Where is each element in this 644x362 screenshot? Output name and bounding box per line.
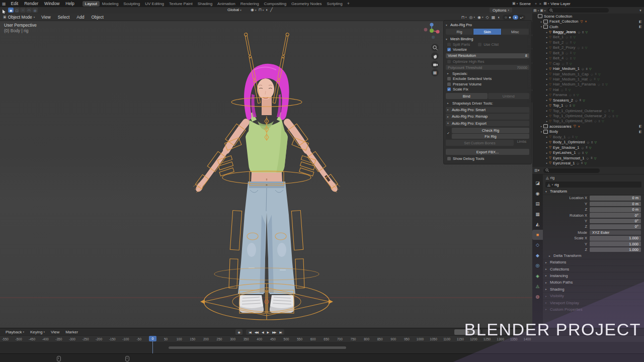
new-collection-icon[interactable]: ▣: [540, 9, 543, 13]
current-frame-field[interactable]: 0: [454, 329, 480, 335]
outliner-row-cap[interactable]: ▸▽Cap◇≡▽: [532, 61, 644, 66]
properties-tab-physics[interactable]: ◎: [532, 260, 543, 271]
preserve-volume-checkbox[interactable]: [447, 82, 451, 86]
chevron-down-icon[interactable]: ▾: [517, 2, 518, 5]
select-circle-tool[interactable]: ◌: [20, 8, 26, 13]
section-relations[interactable]: ▸Relations: [543, 259, 644, 265]
y-field[interactable]: 0°: [590, 219, 641, 224]
outliner-row-belt-2[interactable]: ▸▽Belt_2◇≡▽: [532, 40, 644, 45]
outliner-row-body[interactable]: ▾Body◧: [532, 129, 644, 134]
outliner-row-body-1-optimized[interactable]: ▸▽Body_1_Optimized◇≡▽: [532, 140, 644, 145]
menu-help[interactable]: Help: [62, 1, 77, 6]
workspace-tab-rendering[interactable]: Rendering: [238, 1, 262, 7]
grid-ortho-icon[interactable]: ▦: [431, 69, 439, 76]
editor-type-icon[interactable]: ▥: [534, 168, 538, 172]
scene-name[interactable]: Scene: [519, 2, 531, 6]
section-instancing[interactable]: ▸Instancing: [543, 272, 644, 279]
section-motion-paths[interactable]: ▸Motion Paths: [543, 279, 644, 286]
frame-start-field[interactable]: [482, 329, 506, 335]
workspace-tab-modeling[interactable]: Modeling: [100, 1, 121, 7]
breadcrumb[interactable]: ◬ rig: [543, 174, 644, 181]
properties-tab-output[interactable]: ▤: [532, 199, 543, 209]
location-x-field[interactable]: 0 m: [590, 196, 641, 201]
falloff-icon[interactable]: ╱: [270, 8, 273, 12]
material-preview-shading[interactable]: ◑: [513, 15, 518, 20]
pivot-icon[interactable]: ◉: [251, 8, 254, 12]
viewport-menu-select[interactable]: Select: [54, 15, 73, 20]
camera-view-icon[interactable]: [431, 61, 439, 68]
outliner-row-top-1[interactable]: ▸▽Top_1◇≡▽: [532, 103, 644, 108]
interaction-mode-dropdown[interactable]: ▣ Object Mode ▾: [0, 15, 38, 20]
pivot-point-icon[interactable]: ◉: [477, 15, 481, 20]
properties-tab-particles[interactable]: ◆: [532, 250, 543, 261]
mesh-binding-header[interactable]: ▾ Mesh Binding: [446, 36, 529, 42]
outliner-row-faceit-collection[interactable]: ▸Faceit_Collection▽×◧: [532, 19, 644, 24]
exclude-selected-verts-checkbox[interactable]: [447, 77, 451, 80]
chevron-down-icon[interactable]: ▾: [548, 2, 549, 5]
outliner-row-eyes-marmoset-1[interactable]: ▸▽Eyes_Marmoset_1◇≡▽: [532, 155, 644, 160]
proportional-edit-icon[interactable]: ◎: [469, 15, 473, 20]
show-debug-tools-checkbox[interactable]: [447, 157, 451, 160]
outliner-row-scene-collection[interactable]: Scene Collection: [532, 14, 644, 19]
outliner-row-baggy-jeans[interactable]: ▸▽Baggy_Jeans◇≡▽: [532, 29, 644, 34]
snap-magnet-icon[interactable]: ⊓: [461, 15, 464, 20]
properties-search-input[interactable]: [543, 168, 600, 173]
blender-app-icon[interactable]: ▦: [2, 2, 6, 6]
properties-tab-view-layer[interactable]: ▦: [532, 209, 543, 220]
outliner-row-hair-medium-1-hat[interactable]: ▸▽Hair_Medium_1_Hat◇≡▽: [532, 76, 644, 81]
navigation-axis-gizmo[interactable]: [423, 22, 440, 39]
voxel-resolution-slider[interactable]: Voxel Resolution 8: [446, 53, 529, 58]
unbind-button[interactable]: Unbind: [488, 93, 530, 99]
set-custom-bones-button[interactable]: Set Custom Bones: [446, 140, 514, 146]
xray-icon[interactable]: ◐: [498, 15, 500, 20]
timeline-menu-playback[interactable]: Playback▾: [3, 330, 27, 334]
properties-tab-constraints[interactable]: ◈: [532, 271, 543, 282]
arp-export-section[interactable]: ▾ Auto-Rig Pro: Export: [446, 121, 529, 127]
y-field[interactable]: 0 m: [590, 202, 641, 207]
outliner-row-belt-3[interactable]: ▸▽Belt_3◇≡▽: [532, 50, 644, 55]
check-rig-button[interactable]: Check Rig: [452, 128, 529, 133]
workspace-tab-animation[interactable]: Animation: [215, 1, 238, 7]
outliner-row-top-1-optimized-outerwear-2[interactable]: ▸▽Top_1_Optimized_Outerwear_2◇≡▽: [532, 113, 644, 118]
outliner-row-belt-4[interactable]: ▸▽Belt_4◇≡▽: [532, 56, 644, 61]
shapekeys-driver-tools-header[interactable]: Shapekeys Driver Tools:: [452, 101, 493, 106]
scale-x-field[interactable]: 1.000: [590, 236, 641, 241]
z-field[interactable]: 0°: [590, 224, 641, 229]
section-collections[interactable]: ▸Collections: [543, 265, 644, 272]
section-viewport-display[interactable]: ▸Viewport Display: [543, 299, 644, 306]
scale-fix-checkbox[interactable]: ✓: [447, 87, 451, 91]
transform-panel-header[interactable]: ▾ Transform: [543, 188, 644, 195]
outliner-row-eye-shadow-1[interactable]: ▸▽Eye_Shadow_1◇≡▽: [532, 145, 644, 150]
outliner-row-eyelashes-1[interactable]: ▸▽EyeLashes_1◇≡▽: [532, 150, 644, 155]
disable-in-viewports-icon[interactable]: ◧: [639, 20, 642, 24]
workspace-tab-sculpting[interactable]: Sculpting: [121, 1, 142, 7]
workspace-tab-texture-paint[interactable]: Texture Paint: [167, 1, 195, 7]
workspace-tab-compositing[interactable]: Compositing: [262, 1, 289, 7]
snap-magnet-icon[interactable]: ⊓: [259, 8, 262, 12]
properties-tab-tool[interactable]: ◪: [532, 178, 543, 189]
display-mode-icon[interactable]: ▤: [533, 9, 537, 13]
timeline-track[interactable]: [0, 342, 644, 354]
workspace-tab-layout[interactable]: Layout: [83, 1, 100, 7]
view-layer-name[interactable]: View Layer: [550, 2, 570, 6]
play-reverse-button[interactable]: ◀: [260, 330, 265, 334]
properties-tab-object-data[interactable]: ◬: [532, 281, 543, 292]
properties-tab-modifiers[interactable]: ◇: [532, 240, 543, 250]
arp-panel-header[interactable]: ▾ Auto-Rig Pro: [446, 22, 529, 28]
outliner-row-accessoaries[interactable]: ▸accessoaries▽×◧: [532, 124, 644, 129]
viewport-menu-view[interactable]: View: [38, 15, 54, 20]
next-keyframe-button[interactable]: ▶▶: [271, 330, 278, 334]
split-parts-checkbox[interactable]: [447, 43, 451, 46]
tweak-tool[interactable]: ▣: [8, 8, 14, 13]
jump-to-end-button[interactable]: ▶|: [278, 330, 283, 334]
timeline-menu-marker[interactable]: Marker: [62, 330, 81, 334]
properties-tab-render[interactable]: ◉: [532, 189, 543, 199]
section-shading[interactable]: ▸Shading: [543, 286, 644, 292]
workspace-tab-scripting[interactable]: Scripting: [325, 1, 345, 7]
outliner-row-belt-2-proxy[interactable]: ▸▽Belt_2_Proxy◇≡▽: [532, 45, 644, 50]
arp-tab-rig[interactable]: Rig: [446, 29, 473, 35]
outliner-row-cloth[interactable]: ▾Cloth◧: [532, 24, 644, 29]
outliner-row-body-1[interactable]: ▸▽Body_1◇≡▽: [532, 134, 644, 139]
outliner-row-sneakers-2[interactable]: ▸▽Sneakers_2◇≡▽: [532, 98, 644, 103]
export-fbx-button[interactable]: Export FBX...: [446, 149, 529, 155]
